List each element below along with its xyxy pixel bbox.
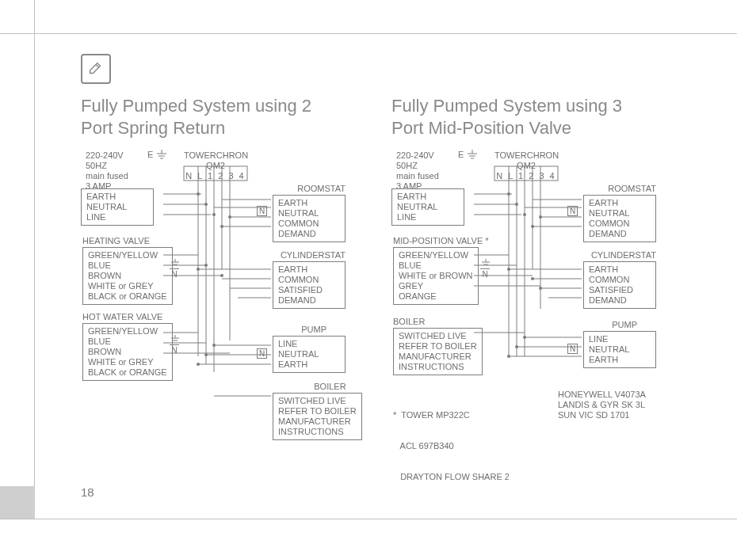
- roomstat: ROOMSTAT EARTH NEUTRAL COMMON DEMAND: [273, 184, 346, 242]
- note-icon: [81, 54, 111, 84]
- svg-point-36: [204, 353, 208, 356]
- title-left: Fully Pumped System using 2 Port Spring …: [81, 95, 342, 139]
- svg-point-33: [204, 264, 208, 267]
- midpos-valve: MID-POSITION VALVE * GREEN/YELLOW BLUE W…: [393, 236, 489, 305]
- svg-point-77: [539, 215, 542, 219]
- svg-point-74: [515, 203, 518, 206]
- svg-point-73: [507, 192, 510, 196]
- svg-point-37: [197, 363, 200, 366]
- footnote-left: * TOWER MP322C ACL 697B340 DRAYTON FLOW …: [393, 388, 510, 504]
- svg-point-27: [197, 192, 200, 196]
- n-pump: N: [257, 348, 267, 359]
- mains-block: EARTH NEUTRAL LINE: [81, 188, 154, 226]
- heating-valve: HEATING VALVE GREEN/YELLOW BLUE BROWN WH…: [82, 236, 173, 305]
- svg-point-28: [204, 203, 208, 206]
- footnote-right: HONEYWELL V4073A LANDIS & GYR SK 3L SUN …: [558, 388, 646, 422]
- pump: PUMP LINE NEUTRAL EARTH: [273, 325, 346, 373]
- hot-water-valve: HOT WATER VALVE GREEN/YELLOW BLUE BROWN …: [82, 312, 173, 381]
- svg-point-32: [197, 268, 200, 271]
- svg-point-75: [523, 213, 526, 216]
- svg-point-78: [507, 268, 510, 271]
- page-rule-left: [34, 0, 35, 519]
- controller-r: TOWERCHRON QM2 N L 1 2 3 4: [494, 149, 558, 183]
- cylinderstat-r: CYLINDERSTAT EARTH COMMON SATISFIED DEMA…: [583, 250, 656, 309]
- earth-e-r: E: [458, 150, 479, 161]
- page-rule-top: [0, 33, 737, 34]
- svg-point-30: [220, 225, 223, 228]
- n-room-r: N: [567, 206, 578, 216]
- earth-e: E: [147, 150, 168, 161]
- roomstat-r: ROOMSTAT EARTH NEUTRAL COMMON DEMAND: [583, 184, 656, 242]
- svg-point-83: [507, 355, 510, 358]
- boiler-r-left: BOILER SWITCHED LIVE REFER TO BOILER MAN…: [393, 317, 483, 375]
- svg-point-34: [220, 274, 223, 277]
- n-pump-r: N: [567, 344, 578, 354]
- n-2: N: [170, 334, 181, 356]
- boiler: BOILER SWITCHED LIVE REFER TO BOILER MAN…: [273, 382, 362, 440]
- page-tab: [0, 486, 35, 519]
- pump-r: PUMP LINE NEUTRAL EARTH: [583, 320, 656, 368]
- n-1: N: [170, 258, 181, 280]
- page-number: 18: [81, 485, 94, 499]
- cylinderstat: CYLINDERSTAT EARTH COMMON SATISFIED DEMA…: [273, 250, 346, 309]
- svg-point-82: [515, 345, 518, 348]
- n-room: N: [257, 206, 267, 216]
- title-right: Fully Pumped System using 3 Port Mid-Pos…: [391, 95, 653, 139]
- svg-point-80: [539, 287, 542, 290]
- svg-point-81: [523, 336, 526, 339]
- svg-point-29: [212, 213, 216, 216]
- supply-spec: 220-240V 50HZ main fused 3 AMP: [86, 149, 128, 193]
- n-mid: N: [480, 258, 491, 280]
- controller: TOWERCHRON QM2 N L 1 2 3 4: [184, 149, 247, 183]
- svg-point-76: [531, 225, 534, 228]
- page-rule-bottom: [0, 519, 737, 519]
- supply-spec-r: 220-240V 50HZ main fused 3 AMP: [396, 149, 439, 193]
- svg-point-79: [531, 277, 534, 280]
- svg-point-35: [212, 344, 216, 347]
- svg-point-31: [228, 215, 231, 219]
- mains-r: EARTH NEUTRAL LINE: [391, 188, 464, 226]
